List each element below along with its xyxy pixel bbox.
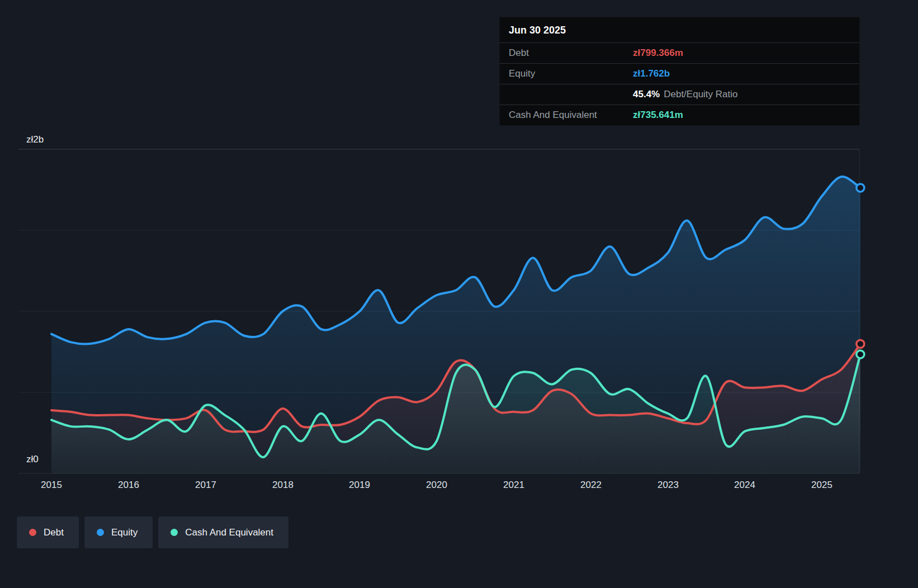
- cash-series-dot-icon: [171, 529, 178, 536]
- x-tick-2025: 2025: [811, 480, 832, 491]
- legend-cash-label: Cash And Equivalent: [185, 527, 273, 538]
- chart-tooltip: Jun 30 2025 Debt zł799.366m Equity zł1.7…: [499, 17, 860, 126]
- tooltip-ratio-label: Debt/Equity Ratio: [664, 88, 737, 101]
- tooltip-row-equity: Equity zł1.762b: [500, 63, 859, 84]
- legend-debt-label: Debt: [44, 527, 64, 538]
- legend-item-equity[interactable]: Equity: [84, 516, 153, 548]
- tooltip-date: Jun 30 2025: [500, 17, 859, 42]
- tooltip-equity-value: zł1.762b: [633, 68, 670, 80]
- tooltip-debt-value: zł799.366m: [633, 47, 683, 59]
- legend-equity-label: Equity: [111, 527, 138, 538]
- debt-series-dot-icon: [29, 529, 36, 536]
- x-tick-2017: 2017: [195, 480, 216, 491]
- tooltip-row-cash: Cash And Equivalent zł735.641m: [500, 105, 859, 125]
- x-tick-2019: 2019: [349, 480, 370, 491]
- chart-legend: Debt Equity Cash And Equivalent: [17, 516, 288, 548]
- legend-item-cash[interactable]: Cash And Equivalent: [158, 516, 288, 548]
- y-axis-label-2b: zł2b: [26, 134, 44, 145]
- x-tick-2023: 2023: [657, 480, 679, 491]
- tooltip-cash-label: Cash And Equivalent: [509, 109, 633, 121]
- x-tick-2024: 2024: [734, 480, 755, 491]
- tooltip-row-debt: Debt zł799.366m: [500, 42, 859, 63]
- y-axis-label-0: zł0: [26, 454, 39, 465]
- x-tick-2021: 2021: [503, 480, 524, 491]
- legend-item-debt[interactable]: Debt: [17, 516, 79, 548]
- x-tick-2018: 2018: [272, 480, 294, 491]
- x-tick-2020: 2020: [426, 480, 447, 491]
- equity-series-dot-icon: [97, 529, 104, 536]
- tooltip-ratio-value: 45.4%: [633, 88, 660, 101]
- tooltip-row-ratio: 45.4% Debt/Equity Ratio: [500, 84, 859, 105]
- tooltip-equity-label: Equity: [509, 68, 633, 80]
- x-tick-2015: 2015: [41, 480, 62, 491]
- tooltip-cash-value: zł735.641m: [633, 109, 683, 121]
- x-tick-2022: 2022: [580, 480, 602, 491]
- tooltip-debt-label: Debt: [509, 47, 633, 59]
- x-tick-2016: 2016: [118, 480, 139, 491]
